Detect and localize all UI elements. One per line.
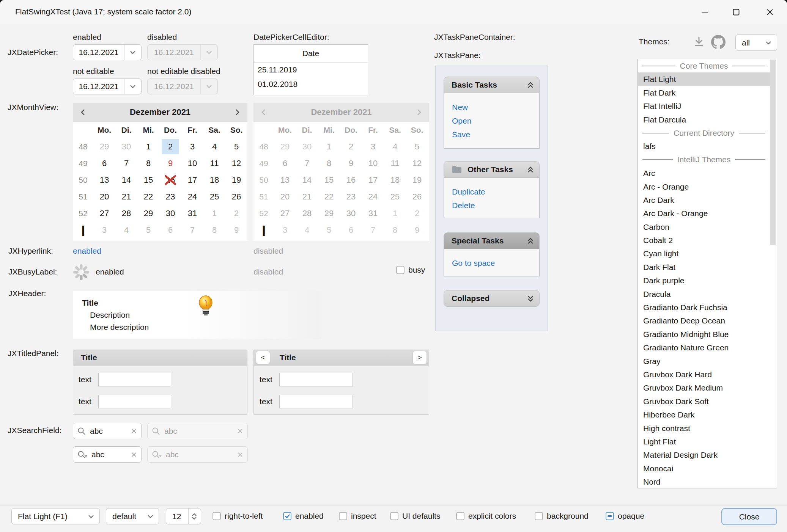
datepicker-dropdown-button[interactable] xyxy=(124,45,141,60)
task-link[interactable]: Open xyxy=(452,114,539,128)
calendar-day[interactable]: 14 xyxy=(115,172,137,188)
taskpane-titlebar[interactable]: Special Tasks xyxy=(444,232,540,249)
theme-item[interactable]: Dark Flat xyxy=(638,261,770,274)
search-field-enabled[interactable]: abc xyxy=(73,423,142,439)
date-table[interactable]: Date 25.11.2019 01.02.2018 xyxy=(253,44,368,95)
busy-checkbox[interactable] xyxy=(396,266,405,274)
checkbox-opaque[interactable]: opaque xyxy=(606,512,644,521)
theme-item[interactable]: Hiberbee Dark xyxy=(638,408,770,421)
text-field[interactable] xyxy=(279,395,353,408)
theme-item[interactable]: Flat Light xyxy=(638,72,770,86)
calendar-day[interactable]: 12 xyxy=(225,155,247,172)
theme-item[interactable]: Dracula xyxy=(638,287,770,301)
checkbox-ui-defaults[interactable]: UI defaults xyxy=(390,512,440,521)
spinner-buttons[interactable] xyxy=(192,513,197,520)
next-month-button[interactable] xyxy=(228,108,247,116)
theme-item[interactable]: Cyan light xyxy=(638,247,770,260)
calendar-day[interactable]: 7 xyxy=(115,155,137,172)
calendar-day[interactable]: 3 xyxy=(181,138,203,155)
theme-item[interactable]: Gradianto Midnight Blue xyxy=(638,328,770,341)
calendar-day[interactable]: 27 xyxy=(93,205,115,222)
github-icon[interactable] xyxy=(711,35,726,51)
datepicker-dropdown-button[interactable] xyxy=(124,79,141,94)
calendar-day[interactable]: 4 xyxy=(115,222,137,239)
theme-item[interactable]: Arc - Orange xyxy=(638,180,770,193)
theme-item[interactable]: Gray xyxy=(638,355,770,368)
calendar-day[interactable]: 5 xyxy=(137,222,159,239)
task-link[interactable]: Delete xyxy=(452,199,539,212)
calendar-day[interactable]: 9 xyxy=(159,155,181,172)
task-link[interactable]: Save xyxy=(452,128,539,141)
calendar-day[interactable]: 25 xyxy=(203,188,225,205)
calendar-day[interactable]: 3 xyxy=(93,222,115,239)
taskpane-titlebar[interactable]: Collapsed xyxy=(444,290,540,307)
calendar-day[interactable]: 18 xyxy=(203,172,225,188)
theme-item[interactable]: Gradianto Nature Green xyxy=(638,341,770,354)
theme-list[interactable]: Core ThemesFlat LightFlat DarkFlat Intel… xyxy=(637,59,777,488)
theme-item[interactable]: Arc xyxy=(638,166,770,180)
taskpane-titlebar[interactable]: Other Tasks xyxy=(444,161,540,178)
calendar-day[interactable]: 15 xyxy=(137,172,159,188)
calendar-day[interactable]: 23 xyxy=(159,188,181,205)
close-button[interactable]: Close xyxy=(721,508,777,525)
busy-checkbox-group[interactable]: busy xyxy=(396,265,425,275)
table-row[interactable]: 25.11.2019 xyxy=(254,63,368,77)
theme-item[interactable]: Cobalt 2 xyxy=(638,234,770,247)
theme-item[interactable]: Arc Dark xyxy=(638,193,770,207)
calendar-day[interactable]: 8 xyxy=(137,155,159,172)
close-window-button[interactable] xyxy=(761,3,779,21)
minimize-button[interactable] xyxy=(696,3,713,21)
task-link[interactable]: Duplicate xyxy=(452,185,539,199)
theme-item[interactable]: Monocai xyxy=(638,462,770,475)
calendar-day[interactable]: 1 xyxy=(137,138,159,155)
calendar-day[interactable]: 20 xyxy=(93,188,115,205)
calendar-day[interactable]: 22 xyxy=(137,188,159,205)
theme-item[interactable]: Gruvbox Dark Hard xyxy=(638,368,770,381)
taskpane-titlebar[interactable]: Basic Tasks xyxy=(444,77,540,93)
themes-filter-combo[interactable]: all xyxy=(735,35,777,51)
calendar-day[interactable]: 4 xyxy=(203,138,225,155)
calendar-day[interactable]: 30 xyxy=(159,205,181,222)
theme-item[interactable]: Carbon xyxy=(638,220,770,234)
maximize-button[interactable] xyxy=(727,3,745,21)
panel-prev-button[interactable]: < xyxy=(256,351,270,364)
scrollbar-thumb[interactable] xyxy=(770,60,776,245)
download-icon[interactable] xyxy=(693,36,705,50)
calendar-day[interactable]: 5 xyxy=(225,138,247,155)
checkbox-background[interactable]: background xyxy=(535,512,589,521)
theme-item[interactable]: Arc Dark - Orange xyxy=(638,207,770,220)
hyperlink-enabled[interactable]: enabled xyxy=(73,246,101,256)
theme-item[interactable]: Flat IntelliJ xyxy=(638,99,770,113)
font-size-spinner[interactable]: 12 xyxy=(166,508,201,524)
theme-item[interactable]: Gruvbox Dark Medium xyxy=(638,381,770,394)
clear-icon[interactable] xyxy=(131,428,137,434)
calendar-day[interactable]: 13 xyxy=(93,172,115,188)
checkbox-inspect[interactable]: inspect xyxy=(339,512,376,521)
theme-item[interactable]: Nord xyxy=(638,475,770,488)
calendar-day[interactable]: 19 xyxy=(225,172,247,188)
theme-item[interactable]: lafs xyxy=(638,140,770,153)
laf-combo[interactable]: Flat Light (F1) xyxy=(11,508,100,524)
calendar-day[interactable]: 17 xyxy=(181,172,203,188)
task-link[interactable]: Go to space xyxy=(452,256,539,270)
calendar-day[interactable]: 21 xyxy=(115,188,137,205)
table-header[interactable]: Date xyxy=(254,45,368,63)
style-combo[interactable]: default xyxy=(106,508,159,524)
theme-item[interactable]: High contrast xyxy=(638,422,770,435)
calendar-day[interactable]: 30 xyxy=(115,138,137,155)
calendar-day[interactable]: 2 xyxy=(159,138,181,155)
panel-next-button[interactable]: > xyxy=(413,351,427,364)
calendar-day[interactable]: 31 xyxy=(181,205,203,222)
calendar-day[interactable]: 24 xyxy=(181,188,203,205)
text-field[interactable] xyxy=(98,395,171,408)
clear-icon[interactable] xyxy=(131,452,137,457)
checkbox-explicit-colors[interactable]: explicit colors xyxy=(456,512,516,521)
text-field[interactable] xyxy=(98,373,171,386)
datepicker-not-editable[interactable]: 16.12.2021 xyxy=(73,78,142,94)
theme-item[interactable]: Gradianto Deep Ocean xyxy=(638,314,770,327)
theme-item[interactable]: Flat Dark xyxy=(638,86,770,99)
theme-item[interactable]: Light Flat xyxy=(638,435,770,448)
search-field-with-menu-enabled[interactable]: abc xyxy=(73,446,142,463)
calendar-day[interactable]: 11 xyxy=(203,155,225,172)
calendar-day[interactable]: 1 xyxy=(203,205,225,222)
